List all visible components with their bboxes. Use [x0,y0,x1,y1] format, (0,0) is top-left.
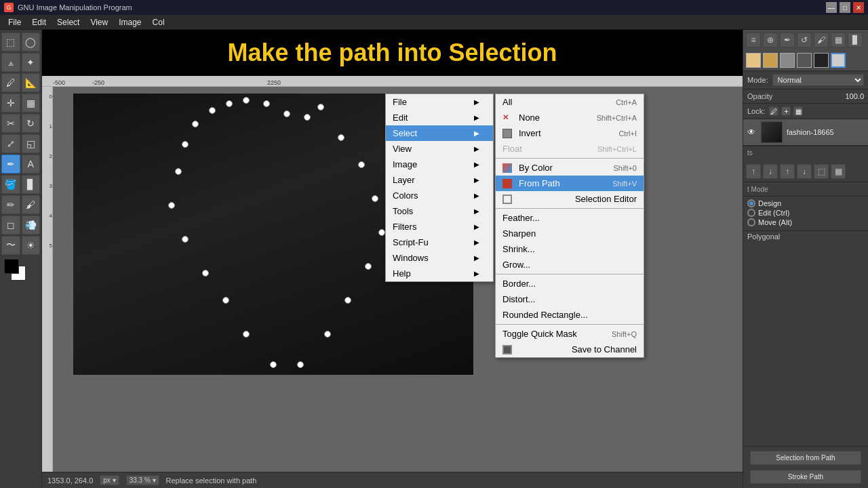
menu-item-colors[interactable]: Colors ▶ [386,188,493,203]
submenu-item-selectioneditor[interactable]: Selection Editor [496,191,644,207]
lock-pixels-btn[interactable]: 🖊 [769,106,778,116]
tool-rect-select[interactable]: ⬚ [1,33,20,52]
selection-from-path-button[interactable]: Selection from Path [750,451,861,465]
maximize-button[interactable]: □ [840,2,850,13]
menu-item-tools[interactable]: Tools ▶ [386,203,493,219]
tool-blend[interactable]: ▊ [22,175,41,194]
menu-item-filters[interactable]: Filters ▶ [386,219,493,235]
path-action-2[interactable]: ↓ [763,164,778,179]
submenu-item-frompath[interactable]: From Path Shift+V [496,176,644,191]
submenu-item-none[interactable]: ✕ None Shift+Ctrl+A [496,110,644,125]
tool-airbrush[interactable]: 💨 [22,216,41,235]
context-menu[interactable]: File ▶ Edit ▶ Select ▶ View [385,94,494,282]
history-panel-btn[interactable]: ↺ [797,33,812,47]
tool-dodge[interactable]: ☀ [22,236,41,255]
color-swatches[interactable] [4,259,27,282]
tool-color-picker[interactable]: 🖊 [1,73,20,92]
tool-ellipse-select[interactable]: ◯ [22,33,41,52]
layer-item[interactable]: 👁 fashion-18665 [743,119,868,146]
menu-item-image[interactable]: Image ▶ [386,157,493,172]
menu-item-select[interactable]: Select ▶ [386,125,493,141]
tool-paintbrush[interactable]: 🖌 [22,195,41,214]
menu-item-file[interactable]: File ▶ [386,94,493,110]
path-action-3[interactable]: ↑ [780,164,795,179]
path-action-6[interactable]: ▦ [831,164,846,179]
path-action-1[interactable]: ↑ [746,164,761,179]
menu-item-layer[interactable]: Layer ▶ [386,172,493,188]
menu-item-scriptfu[interactable]: Script-Fu ▶ [386,235,493,250]
stroke-path-button[interactable]: Stroke Path [750,470,861,484]
move-radio[interactable] [747,218,755,226]
brushes-panel-btn[interactable]: 🖌 [814,33,829,47]
mode-select[interactable]: Normal [772,74,864,86]
tool-scale[interactable]: ⤢ [1,134,20,153]
submenu-item-sharpen[interactable]: Sharpen [496,226,644,241]
edit-radio[interactable] [747,209,755,217]
tool-crop[interactable]: ✂ [1,114,20,133]
zoom-display[interactable]: 33.3 % ▾ [126,475,159,485]
swatch-darkgray[interactable] [797,53,812,68]
lock-position-btn[interactable]: + [781,106,791,116]
swatch-black[interactable] [814,53,829,68]
path-action-5[interactable]: ⬚ [814,164,829,179]
tool-eraser[interactable]: ◻ [1,216,20,235]
submenu-item-togglequickmask[interactable]: Toggle Quick Mask Shift+Q [496,326,644,342]
channels-panel-btn[interactable]: ⊕ [763,33,778,47]
submenu-item-roundedrect[interactable]: Rounded Rectangle... [496,307,644,323]
minimize-button[interactable]: — [826,2,837,13]
menu-file[interactable]: File [3,16,26,28]
submenu-item-distort[interactable]: Distort... [496,291,644,307]
swatch-lightgray-selected[interactable] [831,53,846,68]
submenu-item-invert[interactable]: Invert Ctrl+I [496,125,644,141]
paths-panel-btn[interactable]: ✒ [780,33,795,47]
menu-col[interactable]: Col [147,16,170,28]
unit-selector[interactable]: px ▾ [100,475,119,485]
close-button[interactable]: ✕ [853,2,864,13]
menu-edit[interactable]: Edit [26,16,52,28]
tool-shear[interactable]: ◱ [22,134,41,153]
submenu-item-savetochannel[interactable]: Save to Channel [496,342,644,357]
menu-item-view[interactable]: View ▶ [386,141,493,157]
separator [496,208,644,209]
panel-icon-toolbar: ≡ ⊕ ✒ ↺ 🖌 ▦ ▊ [743,30,868,50]
submenu-item-border[interactable]: Border... [496,276,644,291]
design-radio[interactable] [747,199,755,207]
foreground-color-swatch[interactable] [4,259,19,274]
tool-rotate[interactable]: ↻ [22,114,41,133]
canvas-viewport[interactable]: File ▶ Edit ▶ Select ▶ View [53,87,743,472]
submenu-item-all[interactable]: All Ctrl+A [496,94,644,110]
tool-text[interactable]: A [22,155,41,174]
submenu-item-grow[interactable]: Grow... [496,257,644,272]
tool-smudge[interactable]: 〜 [1,236,20,255]
patterns-panel-btn[interactable]: ▦ [831,33,846,47]
menu-image[interactable]: Image [113,16,146,28]
menu-item-windows[interactable]: Windows ▶ [386,250,493,266]
frompath-icon [502,179,512,188]
select-submenu[interactable]: All Ctrl+A ✕ None Shift+Ctrl+A Invert Ct… [495,94,644,358]
submenu-item-shrink[interactable]: Shrink... [496,241,644,257]
layers-panel-btn[interactable]: ≡ [746,33,761,47]
menu-item-edit[interactable]: Edit ▶ [386,110,493,125]
submenu-item-bycolor[interactable]: By Color Shift+0 [496,160,644,176]
swatch-orange[interactable] [746,53,761,68]
arrow-icon: ▶ [474,161,479,168]
menu-select[interactable]: Select [52,16,85,28]
tool-move[interactable]: ✛ [1,94,20,113]
tool-bucket-fill[interactable]: 🪣 [1,175,20,194]
tool-path[interactable]: ✒ [1,155,20,174]
tool-align[interactable]: ▦ [22,94,41,113]
menu-view[interactable]: View [85,16,113,28]
tool-measure[interactable]: 📐 [22,73,41,92]
swatch-brown[interactable] [763,53,778,68]
tool-pencil[interactable]: ✏ [1,195,20,214]
swatch-gray[interactable] [780,53,795,68]
submenu-item-feather[interactable]: Feather... [496,210,644,226]
tutorial-title: Make the path into Selection [227,39,557,67]
path-action-4[interactable]: ↓ [797,164,812,179]
tool-fuzzy-select[interactable]: ✦ [22,53,41,72]
layer-visibility-toggle[interactable]: 👁 [747,127,757,137]
gradients-panel-btn[interactable]: ▊ [848,33,863,47]
menu-item-help[interactable]: Help ▶ [386,266,493,281]
lock-icon-extra[interactable]: ▦ [793,106,803,116]
tool-free-select[interactable]: ⟁ [1,53,20,72]
